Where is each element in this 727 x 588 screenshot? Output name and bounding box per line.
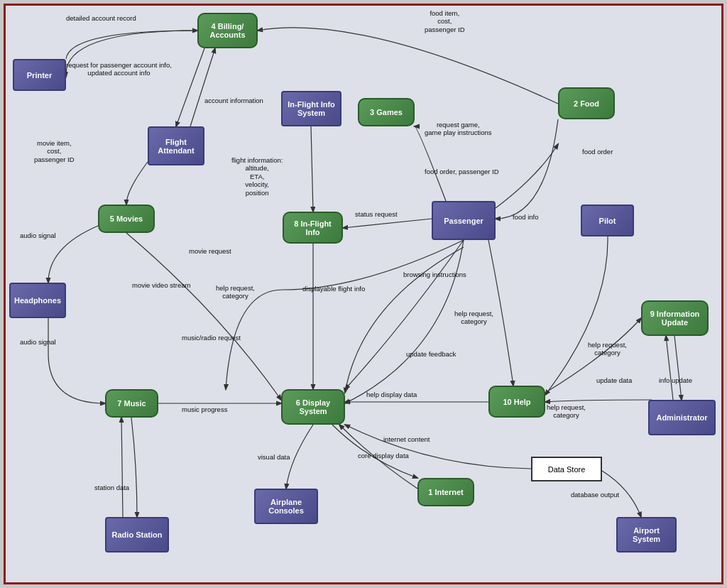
label-food-order-pid: food order, passenger ID <box>425 168 499 175</box>
label-music-radio: music/radio request <box>182 334 241 342</box>
label-update-feedback: update feedback <box>406 350 456 358</box>
node-inflight-info[interactable]: 8 In-FlightInfo <box>283 212 343 244</box>
label-help-request-3: help request,category <box>588 341 627 357</box>
node-help[interactable]: 10 Help <box>488 386 545 418</box>
node-flight-attendant[interactable]: FlightAttendant <box>148 126 204 165</box>
node-headphones[interactable]: Headphones <box>9 283 66 318</box>
label-help-request-4: help request,category <box>547 403 586 420</box>
label-detailed-account: detailed account record <box>66 14 136 22</box>
label-movie-item: movie item,cost,passenger ID <box>34 139 75 163</box>
label-audio-signal-1: audio signal <box>20 232 56 239</box>
label-food-item: food item,cost,passenger ID <box>425 9 465 33</box>
node-pilot[interactable]: Pilot <box>581 205 634 236</box>
label-food-info: food info <box>513 213 538 221</box>
label-status-request: status request <box>355 210 398 218</box>
label-help-request-2: help request,category <box>454 310 493 326</box>
label-database-output: database output <box>571 491 619 499</box>
node-internet[interactable]: 1 Internet <box>417 478 474 506</box>
label-displayable-flight: displayable flight info <box>302 285 365 293</box>
node-music[interactable]: 7 Music <box>105 389 158 418</box>
node-billing[interactable]: 4 Billing/Accounts <box>197 13 258 48</box>
node-food[interactable]: 2 Food <box>558 87 615 119</box>
label-help-display: help display data <box>366 391 417 398</box>
label-music-progress: music progress <box>182 405 227 413</box>
node-airport-system[interactable]: AirportSystem <box>616 517 677 552</box>
node-display[interactable]: 6 DisplaySystem <box>281 389 345 425</box>
label-movie-video: movie video stream <box>132 281 190 289</box>
label-movie-request: movie request <box>189 247 231 255</box>
node-passenger[interactable]: Passenger <box>432 201 496 240</box>
node-printer[interactable]: Printer <box>13 59 66 91</box>
label-help-request-1: help request,category <box>216 284 255 300</box>
label-station-data: station data <box>94 484 129 491</box>
node-movies[interactable]: 5 Movies <box>98 205 155 233</box>
label-flight-info: flight information:altitude,ETA,velocity… <box>231 156 283 197</box>
label-update-data: update data <box>596 376 632 384</box>
node-games[interactable]: 3 Games <box>358 98 415 126</box>
node-radio-station[interactable]: Radio Station <box>105 517 169 552</box>
label-browsing: browsing instructions <box>403 271 466 278</box>
node-data-store[interactable]: Data Store <box>531 457 602 481</box>
label-request-passenger: request for passenger account info,updat… <box>66 61 172 77</box>
label-info-update: info update <box>659 376 692 384</box>
node-inflight-info-sys[interactable]: In-Flight InfoSystem <box>281 91 341 126</box>
label-account-info: account information <box>204 97 263 104</box>
diagram-container: detailed account record food item,cost,p… <box>4 4 723 584</box>
node-airplane-consoles[interactable]: AirplaneConsoles <box>254 489 318 524</box>
node-info-update[interactable]: 9 InformationUpdate <box>641 300 709 336</box>
label-core-display: core display data <box>358 452 409 459</box>
node-administrator[interactable]: Administrator <box>648 400 716 435</box>
label-audio-signal-2: audio signal <box>20 338 56 346</box>
label-visual-data: visual data <box>258 453 290 461</box>
label-food-order: food order <box>582 148 613 156</box>
label-internet-content: internet content <box>383 435 430 443</box>
label-request-game: request game,game play instructions <box>425 121 492 137</box>
